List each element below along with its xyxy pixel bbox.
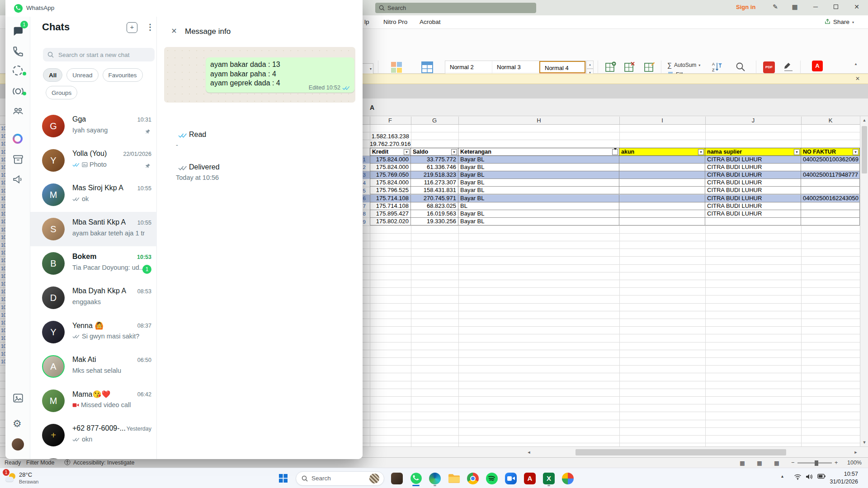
cell[interactable]: 219.518.323 xyxy=(411,171,458,179)
cell[interactable]: 61.336.746 xyxy=(411,164,458,171)
cell[interactable]: 175.802.020 xyxy=(370,218,411,225)
cell[interactable] xyxy=(619,164,705,171)
list-item[interactable]: D Mba Dyah Kkp A 08:53 enggaaks xyxy=(30,281,157,315)
cell[interactable]: 04002500100362069 xyxy=(801,156,860,164)
cell[interactable]: 175.714.108 xyxy=(370,202,411,210)
gallery-up-button[interactable]: ▴ xyxy=(586,61,594,69)
cell[interactable]: 175.796.525 xyxy=(370,187,411,194)
cell[interactable] xyxy=(705,218,801,225)
cell[interactable]: Bayar BL xyxy=(458,179,619,187)
cell[interactable]: CITRA BUDI LUHUR xyxy=(705,164,801,171)
list-item[interactable] xyxy=(30,452,157,459)
share-button[interactable]: Share xyxy=(833,19,849,25)
chevron-down-icon[interactable]: ▾ xyxy=(852,20,854,24)
scrollbar-thumb[interactable] xyxy=(862,126,867,174)
taskbar-search[interactable] xyxy=(296,471,384,486)
cell[interactable]: 68.823.025 xyxy=(411,202,458,210)
channels-icon[interactable] xyxy=(12,85,24,97)
column-header-k[interactable]: K xyxy=(829,117,833,124)
battery-icon[interactable] xyxy=(817,474,826,479)
zoom-out-button[interactable]: − xyxy=(791,460,794,466)
cell[interactable]: CITRA BUDI LUHUR xyxy=(705,202,801,210)
weather-widget[interactable]: 1 28°C Berawan xyxy=(3,469,57,488)
column-header-j[interactable]: J xyxy=(752,117,755,124)
cell[interactable] xyxy=(619,179,705,187)
status-icon[interactable] xyxy=(13,66,23,75)
style-normal-2[interactable]: Normal 2 xyxy=(445,61,492,73)
cell[interactable] xyxy=(619,171,705,179)
cell[interactable]: CITRA BUDI LUHUR xyxy=(705,210,801,218)
view-break-icon[interactable]: ▦ xyxy=(774,460,779,466)
cell[interactable] xyxy=(801,187,860,194)
cell[interactable]: CITRA BUDI LUHUR xyxy=(705,156,801,164)
table-row[interactable]: 175.714.10868.823.025BLCITRA BUDI LUHUR xyxy=(370,202,860,210)
calls-icon[interactable] xyxy=(12,46,24,57)
table-row[interactable]: 175.802.02019.330.256Bayar BL xyxy=(370,218,860,225)
cell[interactable]: 19.330.256 xyxy=(411,218,458,225)
list-item[interactable]: + +62 877-6009-... Yesterday okn xyxy=(30,418,157,452)
cell[interactable]: BL xyxy=(458,202,619,210)
cell[interactable]: 175.824.000 xyxy=(370,164,411,171)
scroll-down-button[interactable]: ▼ xyxy=(860,438,868,446)
sheet-search-box[interactable] xyxy=(375,3,536,13)
start-button[interactable] xyxy=(277,471,289,486)
cell[interactable] xyxy=(619,202,705,210)
cell[interactable]: Bayar BL xyxy=(458,218,619,225)
cell[interactable]: 270.745.971 xyxy=(411,195,458,202)
wifi-icon[interactable] xyxy=(794,474,802,480)
header-keterangan[interactable]: Keterangan xyxy=(458,148,619,156)
menu-item-nitro-pro[interactable]: Nitro Pro xyxy=(383,19,407,25)
taskbar-file-explorer[interactable] xyxy=(448,471,460,486)
table-row[interactable]: 175.824.000116.273.307Bayar BLCITRA BUDI… xyxy=(370,179,860,187)
maximize-button[interactable] xyxy=(831,3,841,10)
close-button[interactable]: ✕ xyxy=(852,3,862,10)
scroll-left-button[interactable]: ◄ xyxy=(525,448,533,456)
scrollbar-thumb[interactable] xyxy=(576,449,786,455)
autosum-button[interactable]: ∑AutoSum▾ xyxy=(667,61,700,69)
cell[interactable]: 04002500162243050 xyxy=(801,195,860,202)
taskbar-edge[interactable] xyxy=(429,471,441,486)
cell[interactable]: Bayar BL xyxy=(458,187,619,194)
cell[interactable]: 04002500117948777 xyxy=(801,171,860,179)
profile-avatar[interactable] xyxy=(12,438,24,450)
cell[interactable] xyxy=(619,210,705,218)
style-normal-3[interactable]: Normal 3 xyxy=(492,61,539,73)
cell[interactable]: Bayar BL xyxy=(458,210,619,218)
zoom-in-button[interactable]: + xyxy=(835,460,838,466)
filter-unread[interactable]: Unread xyxy=(66,68,98,82)
cell[interactable]: CITRA BUDI LUHUR xyxy=(705,195,801,202)
view-normal-icon[interactable]: ▦ xyxy=(740,460,745,466)
filter-button[interactable]: ▾ xyxy=(794,149,800,155)
cell[interactable] xyxy=(801,202,860,210)
cell[interactable] xyxy=(619,218,705,225)
cell[interactable]: Bayar BL xyxy=(458,164,619,171)
new-chat-icon[interactable]: + xyxy=(127,22,137,33)
cell[interactable]: Bayar BL xyxy=(458,195,619,202)
list-item[interactable]: Y Yolla (You) 22/01/2026 Photo xyxy=(30,143,157,178)
header-kredit[interactable]: Kredit▾ xyxy=(370,148,411,156)
header-akun[interactable]: akun▾ xyxy=(619,148,705,156)
meta-ai-icon[interactable] xyxy=(13,134,23,144)
settings-gear-icon[interactable]: ⚙ xyxy=(13,418,22,430)
list-item-selected[interactable]: S Mba Santi Kkp A 10:55 ayam bakar teteh… xyxy=(30,212,157,246)
close-icon[interactable]: ✕ xyxy=(168,25,180,38)
list-item[interactable]: A Mak Ati 06:50 Mks sehat selalu xyxy=(30,349,157,384)
cell[interactable]: CITRA BUDI LUHUR xyxy=(705,187,801,194)
header-saldo[interactable]: Saldo▾ xyxy=(411,148,458,156)
cell[interactable]: 158.431.831 xyxy=(411,187,458,194)
broadcast-icon[interactable] xyxy=(12,174,24,185)
cell[interactable]: 16.019.563 xyxy=(411,210,458,218)
scroll-right-button[interactable]: ► xyxy=(852,448,860,456)
list-item[interactable]: Y Yenna 🙆 08:37 Si gwyn masi sakit? xyxy=(30,315,157,349)
vertical-scrollbar[interactable]: ▲ ▼ xyxy=(860,116,868,446)
taskbar-app-3[interactable] xyxy=(561,471,574,486)
filter-button[interactable]: ▾ xyxy=(404,149,410,155)
cell[interactable]: CITRA BUDI LUHUR xyxy=(705,171,801,179)
table-row[interactable]: 175.824.00061.336.746Bayar BLCITRA BUDI … xyxy=(370,164,860,171)
taskbar-whatsapp[interactable] xyxy=(410,471,422,486)
table-row[interactable]: 175.895.42716.019.563Bayar BLCITRA BUDI … xyxy=(370,210,860,218)
menu-kebab-icon[interactable]: ⋮ xyxy=(146,22,154,32)
table-row[interactable]: 175.714.108270.745.971Bayar BLCITRA BUDI… xyxy=(370,195,860,202)
status-accessibility[interactable]: Accessibility: Investigate xyxy=(73,460,134,466)
list-item[interactable]: B Bokem 10:53 Tia Pacar Doyoung: ud... 1 xyxy=(30,246,157,281)
